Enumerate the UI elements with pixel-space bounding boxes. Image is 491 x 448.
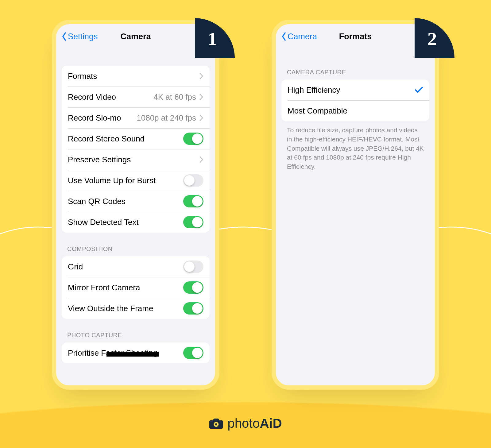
row-label: Grid: [68, 262, 83, 272]
chevron-left-icon: [62, 32, 67, 41]
row-most-compatible[interactable]: Most Compatible: [281, 100, 429, 121]
row-label: Record Slo-mo: [68, 113, 121, 123]
formats-scroll[interactable]: CAMERA CAPTURE High EfficiencyMost Compa…: [276, 49, 435, 385]
settings-group-composition: GridMirror Front CameraView Outside the …: [62, 256, 210, 319]
chevron-left-icon: [281, 32, 286, 41]
photoaid-logo: photoAiD: [209, 416, 282, 431]
row-label: Formats: [68, 71, 97, 81]
row-label: View Outside the Frame: [68, 304, 153, 313]
row-detail: 1080p at 240 fps: [137, 113, 196, 123]
nav-bar: Settings Camera: [56, 24, 215, 49]
brand-text-prefix: photo: [227, 416, 260, 431]
phone-2: Camera Formats CAMERA CAPTURE High Effic…: [272, 20, 439, 390]
settings-group-camera-capture: High EfficiencyMost Compatible: [281, 79, 429, 121]
row-grid[interactable]: Grid: [62, 256, 210, 277]
brand-text-suffix: AiD: [260, 416, 282, 431]
section-footer-camera-capture: To reduce file size, capture photos and …: [276, 121, 435, 171]
row-label: High Efficiency: [288, 85, 340, 95]
chevron-right-icon: [199, 114, 203, 121]
chevron-right-icon: [199, 94, 203, 100]
chevron-right-icon: [199, 73, 203, 79]
row-label: Prioritise Faster Shooting: [68, 348, 157, 358]
row-label: Show Detected Text: [68, 218, 139, 227]
toggle-switch[interactable]: [183, 302, 203, 315]
row-label: Use Volume Up for Burst: [68, 176, 156, 185]
toggle-switch[interactable]: [183, 281, 203, 294]
row-show-detected-text[interactable]: Show Detected Text: [62, 212, 210, 233]
row-label: Record Video: [68, 92, 116, 102]
row-view-outside-frame[interactable]: View Outside the Frame: [62, 298, 210, 319]
row-volume-up-burst[interactable]: Use Volume Up for Burst: [62, 170, 210, 191]
toggle-switch[interactable]: [183, 261, 203, 273]
row-label: Record Stereo Sound: [68, 134, 145, 144]
row-high-efficiency[interactable]: High Efficiency: [281, 79, 429, 100]
settings-scroll[interactable]: FormatsRecord Video4K at 60 fpsRecord Sl…: [56, 49, 215, 385]
chevron-right-icon: [199, 156, 203, 163]
row-label: Scan QR Codes: [68, 197, 126, 206]
page-title: Camera: [120, 32, 151, 41]
row-label: Preserve Settings: [68, 155, 131, 164]
section-header-camera-capture: CAMERA CAPTURE: [276, 69, 435, 79]
svg-point-1: [215, 423, 217, 426]
toggle-switch[interactable]: [183, 133, 203, 145]
step-badge-1: 1: [195, 18, 235, 58]
section-header-photo-capture: PHOTO CAPTURE: [56, 332, 215, 342]
back-label: Settings: [68, 32, 98, 41]
checkmark-icon: [415, 107, 423, 114]
row-mirror-front[interactable]: Mirror Front Camera: [62, 277, 210, 298]
row-label: Mirror Front Camera: [68, 283, 140, 292]
back-label: Camera: [288, 32, 317, 41]
row-prioritise-faster-shooting[interactable]: Prioritise Faster Shooting: [62, 342, 210, 363]
toggle-switch[interactable]: [183, 216, 203, 228]
row-record-slomo[interactable]: Record Slo-mo1080p at 240 fps: [62, 107, 210, 128]
step-badge-2: 2: [415, 18, 454, 58]
toggle-switch[interactable]: [183, 347, 203, 359]
nav-bar: Camera Formats: [276, 24, 435, 49]
row-record-video[interactable]: Record Video4K at 60 fps: [62, 87, 210, 107]
phone-1: Settings Camera FormatsRecord Video4K at…: [52, 20, 219, 390]
checkmark-icon: [415, 86, 423, 94]
row-formats[interactable]: Formats: [62, 66, 210, 87]
settings-group-main: FormatsRecord Video4K at 60 fpsRecord Sl…: [62, 66, 210, 233]
section-header-composition: COMPOSITION: [56, 245, 215, 256]
toggle-switch[interactable]: [183, 174, 203, 187]
row-label: Most Compatible: [288, 106, 347, 116]
row-scan-qr[interactable]: Scan QR Codes: [62, 191, 210, 212]
row-record-stereo-sound[interactable]: Record Stereo Sound: [62, 128, 210, 149]
settings-group-photo-capture: Prioritise Faster Shooting: [62, 342, 210, 363]
back-button[interactable]: Camera: [276, 32, 317, 41]
toggle-switch[interactable]: [183, 195, 203, 207]
page-title: Formats: [339, 32, 372, 41]
back-button[interactable]: Settings: [56, 32, 98, 41]
camera-icon: [209, 418, 223, 429]
row-detail: 4K at 60 fps: [153, 92, 196, 102]
row-preserve-settings[interactable]: Preserve Settings: [62, 149, 210, 170]
